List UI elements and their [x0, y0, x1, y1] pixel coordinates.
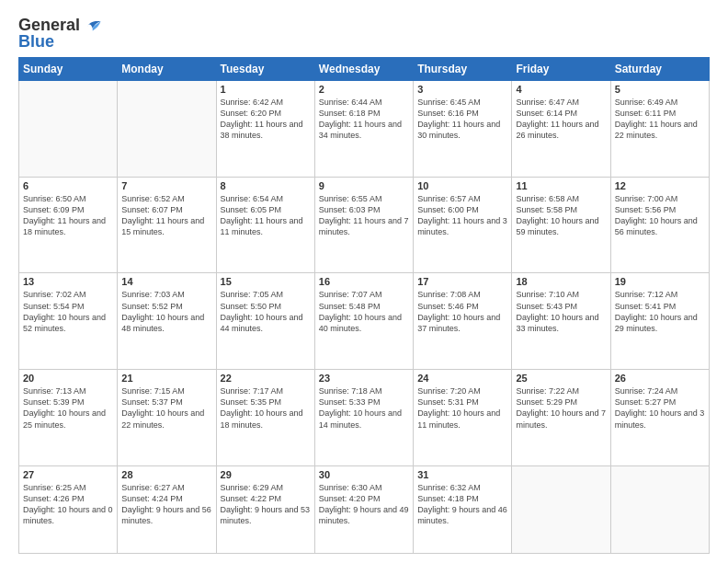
- day-cell: 7Sunrise: 6:52 AM Sunset: 6:07 PM Daylig…: [118, 177, 216, 273]
- day-info: Sunrise: 6:45 AM Sunset: 6:16 PM Dayligh…: [417, 97, 507, 142]
- day-cell: 17Sunrise: 7:08 AM Sunset: 5:46 PM Dayli…: [414, 273, 512, 370]
- day-info: Sunrise: 6:58 AM Sunset: 5:58 PM Dayligh…: [516, 193, 606, 238]
- day-number: 1: [221, 84, 311, 95]
- day-cell: 23Sunrise: 7:18 AM Sunset: 5:33 PM Dayli…: [314, 370, 413, 466]
- day-info: Sunrise: 7:05 AM Sunset: 5:50 PM Dayligh…: [221, 289, 311, 334]
- day-number: 6: [23, 180, 113, 191]
- day-number: 12: [615, 180, 705, 191]
- day-info: Sunrise: 7:03 AM Sunset: 5:52 PM Dayligh…: [121, 289, 211, 334]
- day-number: 24: [417, 373, 507, 384]
- day-of-week-monday: Monday: [118, 58, 216, 81]
- day-number: 3: [417, 84, 507, 95]
- day-cell: 3Sunrise: 6:45 AM Sunset: 6:16 PM Daylig…: [414, 81, 512, 178]
- day-info: Sunrise: 7:24 AM Sunset: 5:27 PM Dayligh…: [615, 385, 705, 431]
- day-number: 20: [23, 373, 113, 384]
- day-number: 31: [417, 469, 507, 480]
- calendar-table: SundayMondayTuesdayWednesdayThursdayFrid…: [18, 57, 710, 554]
- day-info: Sunrise: 6:57 AM Sunset: 6:00 PM Dayligh…: [417, 193, 507, 238]
- header: General Blue: [18, 17, 710, 50]
- logo-general-text: General: [18, 17, 80, 33]
- calendar-header-row: SundayMondayTuesdayWednesdayThursdayFrid…: [19, 58, 710, 81]
- day-of-week-tuesday: Tuesday: [216, 58, 314, 81]
- day-cell: 16Sunrise: 7:07 AM Sunset: 5:48 PM Dayli…: [314, 273, 413, 370]
- day-cell: 1Sunrise: 6:42 AM Sunset: 6:20 PM Daylig…: [216, 81, 314, 178]
- day-number: 4: [516, 84, 606, 95]
- day-info: Sunrise: 7:13 AM Sunset: 5:39 PM Dayligh…: [23, 385, 113, 431]
- day-info: Sunrise: 7:17 AM Sunset: 5:35 PM Dayligh…: [221, 385, 311, 431]
- day-of-week-thursday: Thursday: [414, 58, 512, 81]
- day-info: Sunrise: 6:42 AM Sunset: 6:20 PM Dayligh…: [221, 97, 311, 142]
- day-info: Sunrise: 7:18 AM Sunset: 5:33 PM Dayligh…: [319, 385, 409, 431]
- day-cell: 2Sunrise: 6:44 AM Sunset: 6:18 PM Daylig…: [314, 81, 413, 178]
- day-number: 13: [23, 276, 113, 287]
- day-cell: 22Sunrise: 7:17 AM Sunset: 5:35 PM Dayli…: [216, 370, 314, 466]
- day-info: Sunrise: 6:55 AM Sunset: 6:03 PM Dayligh…: [319, 193, 409, 238]
- day-info: Sunrise: 6:50 AM Sunset: 6:09 PM Dayligh…: [23, 193, 113, 238]
- week-row-2: 6Sunrise: 6:50 AM Sunset: 6:09 PM Daylig…: [19, 177, 710, 273]
- day-of-week-sunday: Sunday: [19, 58, 118, 81]
- week-row-1: 1Sunrise: 6:42 AM Sunset: 6:20 PM Daylig…: [19, 81, 710, 178]
- day-number: 2: [319, 84, 409, 95]
- day-number: 7: [121, 180, 211, 191]
- day-cell: 4Sunrise: 6:47 AM Sunset: 6:14 PM Daylig…: [512, 81, 610, 178]
- day-info: Sunrise: 6:25 AM Sunset: 4:26 PM Dayligh…: [23, 482, 113, 527]
- day-cell: 12Sunrise: 7:00 AM Sunset: 5:56 PM Dayli…: [610, 177, 709, 273]
- day-cell: 21Sunrise: 7:15 AM Sunset: 5:37 PM Dayli…: [118, 370, 216, 466]
- day-info: Sunrise: 6:27 AM Sunset: 4:24 PM Dayligh…: [121, 482, 211, 527]
- logo-blue-text: Blue: [18, 33, 54, 50]
- day-cell: 18Sunrise: 7:10 AM Sunset: 5:43 PM Dayli…: [512, 273, 610, 370]
- day-info: Sunrise: 7:07 AM Sunset: 5:48 PM Dayligh…: [319, 289, 409, 334]
- day-number: 30: [319, 469, 409, 480]
- day-of-week-friday: Friday: [512, 58, 610, 81]
- day-cell: 15Sunrise: 7:05 AM Sunset: 5:50 PM Dayli…: [216, 273, 314, 370]
- day-number: 10: [417, 180, 507, 191]
- day-info: Sunrise: 7:00 AM Sunset: 5:56 PM Dayligh…: [615, 193, 705, 238]
- week-row-4: 20Sunrise: 7:13 AM Sunset: 5:39 PM Dayli…: [19, 370, 710, 466]
- day-number: 25: [516, 373, 606, 384]
- day-number: 19: [615, 276, 705, 287]
- day-info: Sunrise: 6:29 AM Sunset: 4:22 PM Dayligh…: [221, 482, 311, 527]
- day-cell: 14Sunrise: 7:03 AM Sunset: 5:52 PM Dayli…: [118, 273, 216, 370]
- day-number: 26: [615, 373, 705, 384]
- page: General Blue SundayMondayTuesdayWednesda…: [0, 0, 728, 563]
- day-info: Sunrise: 7:22 AM Sunset: 5:29 PM Dayligh…: [516, 385, 606, 431]
- day-number: 15: [221, 276, 311, 287]
- day-number: 17: [417, 276, 507, 287]
- day-cell: 31Sunrise: 6:32 AM Sunset: 4:18 PM Dayli…: [414, 465, 512, 553]
- day-cell: 27Sunrise: 6:25 AM Sunset: 4:26 PM Dayli…: [19, 465, 118, 553]
- day-info: Sunrise: 6:52 AM Sunset: 6:07 PM Dayligh…: [121, 193, 211, 238]
- day-cell: 19Sunrise: 7:12 AM Sunset: 5:41 PM Dayli…: [610, 273, 709, 370]
- day-cell: 20Sunrise: 7:13 AM Sunset: 5:39 PM Dayli…: [19, 370, 118, 466]
- day-cell: 30Sunrise: 6:30 AM Sunset: 4:20 PM Dayli…: [314, 465, 413, 553]
- day-number: 18: [516, 276, 606, 287]
- day-number: 21: [121, 373, 211, 384]
- day-cell: 29Sunrise: 6:29 AM Sunset: 4:22 PM Dayli…: [216, 465, 314, 553]
- day-number: 28: [121, 469, 211, 480]
- day-of-week-wednesday: Wednesday: [314, 58, 413, 81]
- day-number: 9: [319, 180, 409, 191]
- day-info: Sunrise: 6:30 AM Sunset: 4:20 PM Dayligh…: [319, 482, 409, 527]
- logo-bird-icon: [82, 17, 102, 33]
- day-info: Sunrise: 7:10 AM Sunset: 5:43 PM Dayligh…: [516, 289, 606, 334]
- day-cell: 26Sunrise: 7:24 AM Sunset: 5:27 PM Dayli…: [610, 370, 709, 466]
- day-number: 29: [221, 469, 311, 480]
- day-info: Sunrise: 7:08 AM Sunset: 5:46 PM Dayligh…: [417, 289, 507, 334]
- day-cell: 25Sunrise: 7:22 AM Sunset: 5:29 PM Dayli…: [512, 370, 610, 466]
- day-cell: 10Sunrise: 6:57 AM Sunset: 6:00 PM Dayli…: [414, 177, 512, 273]
- day-number: 23: [319, 373, 409, 384]
- day-info: Sunrise: 7:12 AM Sunset: 5:41 PM Dayligh…: [615, 289, 705, 334]
- day-info: Sunrise: 7:20 AM Sunset: 5:31 PM Dayligh…: [417, 385, 507, 431]
- day-cell: 28Sunrise: 6:27 AM Sunset: 4:24 PM Dayli…: [118, 465, 216, 553]
- day-number: 11: [516, 180, 606, 191]
- day-number: 22: [221, 373, 311, 384]
- day-cell: [610, 465, 709, 553]
- day-number: 16: [319, 276, 409, 287]
- week-row-3: 13Sunrise: 7:02 AM Sunset: 5:54 PM Dayli…: [19, 273, 710, 370]
- day-number: 27: [23, 469, 113, 480]
- day-cell: 11Sunrise: 6:58 AM Sunset: 5:58 PM Dayli…: [512, 177, 610, 273]
- day-cell: [512, 465, 610, 553]
- day-info: Sunrise: 6:47 AM Sunset: 6:14 PM Dayligh…: [516, 97, 606, 142]
- day-info: Sunrise: 6:44 AM Sunset: 6:18 PM Dayligh…: [319, 97, 409, 142]
- day-info: Sunrise: 6:49 AM Sunset: 6:11 PM Dayligh…: [615, 97, 705, 142]
- day-cell: [19, 81, 118, 178]
